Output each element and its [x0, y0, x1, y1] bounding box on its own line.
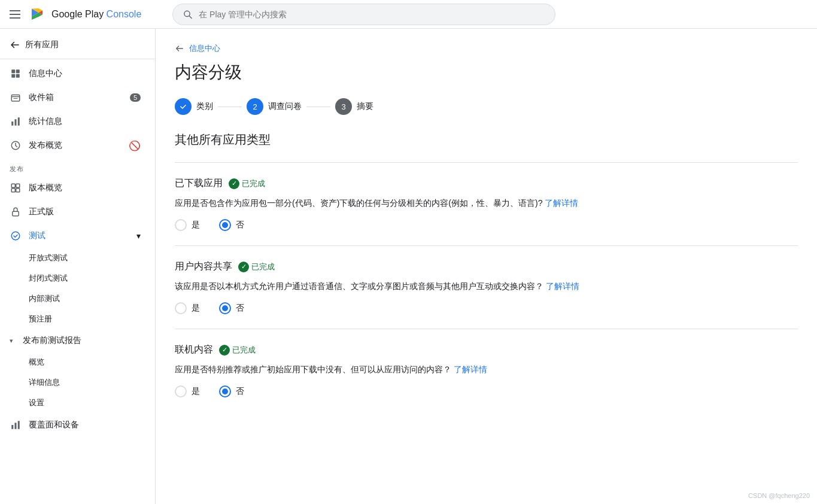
search-input[interactable]	[199, 10, 545, 19]
radio-inner-no-3	[222, 388, 228, 394]
step-connector-2	[306, 107, 330, 107]
sidebar-sub-settings[interactable]: 设置	[0, 393, 150, 413]
radio-yes-1[interactable]: 是	[175, 219, 200, 231]
svg-rect-9	[15, 119, 17, 126]
svg-rect-18	[11, 425, 13, 429]
hamburger-icon[interactable]	[10, 10, 20, 19]
section-title: 其他所有应用类型	[175, 132, 798, 148]
step-label-questionnaire: 调查问卷	[268, 101, 302, 112]
question-title-1: 已下载应用	[175, 177, 223, 190]
page-title: 内容分级	[175, 61, 798, 84]
check-circle-1: ✓	[229, 178, 239, 189]
watermark: CSDN @fqcheng220	[748, 492, 810, 499]
sidebar: 所有应用 信息中心 收件箱	[0, 29, 156, 504]
learn-more-link-1[interactable]: 了解详情	[545, 198, 578, 208]
svg-rect-14	[11, 189, 15, 192]
radio-no-2[interactable]: 否	[219, 302, 244, 314]
sidebar-pre-release-expand[interactable]: ▾ 发布前测试报告	[0, 329, 150, 352]
radio-outer-yes-1	[175, 219, 187, 231]
play-logo-icon	[28, 5, 47, 24]
sidebar-item-publish-overview[interactable]: 发布概览 🚫	[0, 133, 150, 157]
radio-outer-yes-2	[175, 302, 187, 314]
radio-group-1: 是 否	[175, 219, 798, 231]
sidebar-item-release[interactable]: 正式版	[0, 200, 150, 224]
sidebar-back-button[interactable]: 所有应用	[0, 34, 150, 56]
check-circle-2: ✓	[238, 262, 249, 272]
question-header-2: 用户内容共享 ✓ 已完成	[175, 260, 798, 273]
radio-inner-no-1	[222, 222, 228, 228]
question-header-1: 已下载应用 ✓ 已完成	[175, 177, 798, 190]
sidebar-sub-overview[interactable]: 概览	[0, 352, 150, 372]
app-title: Google Play Console	[51, 9, 141, 20]
layout: 所有应用 信息中心 收件箱	[0, 29, 817, 504]
breadcrumb-parent-link[interactable]: 信息中心	[189, 43, 220, 54]
status-complete-3: ✓ 已完成	[219, 345, 256, 356]
sidebar-sub-open-test[interactable]: 开放式测试	[0, 248, 150, 268]
status-label-2: 已完成	[251, 262, 275, 272]
sidebar-item-dashboard[interactable]: 信息中心	[0, 62, 150, 86]
radio-outer-no-3	[219, 385, 231, 397]
radio-group-2: 是 否	[175, 302, 798, 314]
svg-rect-3	[11, 69, 15, 73]
learn-more-link-2[interactable]: 了解详情	[546, 281, 579, 291]
sidebar-item-inbox-label: 收件箱	[29, 92, 54, 103]
sidebar-section-publish: 发布	[0, 157, 155, 176]
radio-no-1[interactable]: 否	[219, 219, 244, 231]
radio-yes-2[interactable]: 是	[175, 302, 200, 314]
inbox-icon	[10, 92, 22, 104]
svg-rect-8	[11, 122, 13, 126]
breadcrumb: 信息中心	[175, 43, 798, 54]
inbox-badge: 5	[130, 93, 141, 102]
sidebar-sub-details[interactable]: 详细信息	[0, 372, 150, 393]
bar-chart-icon	[10, 116, 22, 127]
stepper: 类别 2 调查问卷 3 摘要	[175, 98, 798, 115]
question-block-online-content: 联机内容 ✓ 已完成 应用是否特别推荐或推广初始应用下载中没有、但可以从应用访问…	[175, 329, 798, 412]
sidebar-test-expand[interactable]: 测试 ▾	[0, 224, 150, 248]
svg-line-2	[189, 16, 192, 18]
svg-rect-19	[15, 423, 17, 429]
radio-label-yes-3: 是	[192, 386, 200, 397]
status-label-1: 已完成	[242, 178, 265, 189]
sidebar-item-stats[interactable]: 统计信息	[0, 110, 150, 133]
check-circle-3: ✓	[219, 345, 230, 356]
sidebar-sub-closed-test[interactable]: 封闭式测试	[0, 268, 150, 289]
svg-rect-15	[16, 189, 20, 192]
radio-yes-3[interactable]: 是	[175, 385, 200, 397]
test-chevron-icon: ▾	[136, 231, 141, 241]
radio-label-yes-1: 是	[192, 220, 200, 230]
question-block-user-content: 用户内容共享 ✓ 已完成 该应用是否以本机方式允许用户通过语音通信、文字或分享图…	[175, 245, 798, 329]
question-desc-1: 应用是否包含作为应用包一部分(代码、资产)下载的任何与分级相关的内容(例如，性、…	[175, 197, 798, 210]
search-bar[interactable]	[172, 4, 555, 25]
sidebar-item-stats-label: 统计信息	[29, 116, 62, 127]
sidebar-item-inbox[interactable]: 收件箱 5	[0, 86, 150, 110]
lock-icon	[10, 206, 22, 218]
sidebar-item-coverage[interactable]: 覆盖面和设备	[0, 413, 150, 437]
radio-outer-no-2	[219, 302, 231, 314]
sidebar-divider-1	[0, 59, 155, 59]
step-label-summary: 摘要	[357, 101, 373, 112]
svg-point-17	[11, 232, 20, 240]
sidebar-sub-pre-register[interactable]: 预注册	[0, 309, 150, 329]
sidebar-item-version-overview[interactable]: 版本概览	[0, 176, 150, 200]
svg-rect-13	[16, 184, 20, 187]
step-questionnaire: 2 调查问卷	[247, 98, 302, 115]
publish-overview-blocked-icon: 🚫	[129, 140, 141, 151]
svg-rect-5	[11, 74, 15, 78]
radio-outer-no-1	[219, 219, 231, 231]
sidebar-version-overview-label: 版本概览	[29, 183, 62, 193]
learn-more-link-3[interactable]: 了解详情	[454, 365, 487, 374]
test-expand-label: 测试	[29, 230, 45, 241]
radio-no-3[interactable]: 否	[219, 385, 244, 397]
radio-inner-no-2	[222, 305, 228, 311]
back-arrow-icon	[10, 40, 20, 50]
svg-rect-12	[11, 184, 15, 187]
status-complete-1: ✓ 已完成	[229, 178, 265, 189]
sidebar-sub-internal-test[interactable]: 内部测试	[0, 289, 150, 309]
coverage-icon	[10, 419, 22, 431]
svg-rect-10	[18, 117, 20, 126]
test-icon	[10, 230, 22, 242]
grid-icon	[10, 68, 22, 80]
search-icon	[183, 9, 193, 20]
radio-label-no-2: 否	[236, 303, 244, 314]
question-block-downloaded-app: 已下载应用 ✓ 已完成 应用是否包含作为应用包一部分(代码、资产)下载的任何与分…	[175, 162, 798, 245]
